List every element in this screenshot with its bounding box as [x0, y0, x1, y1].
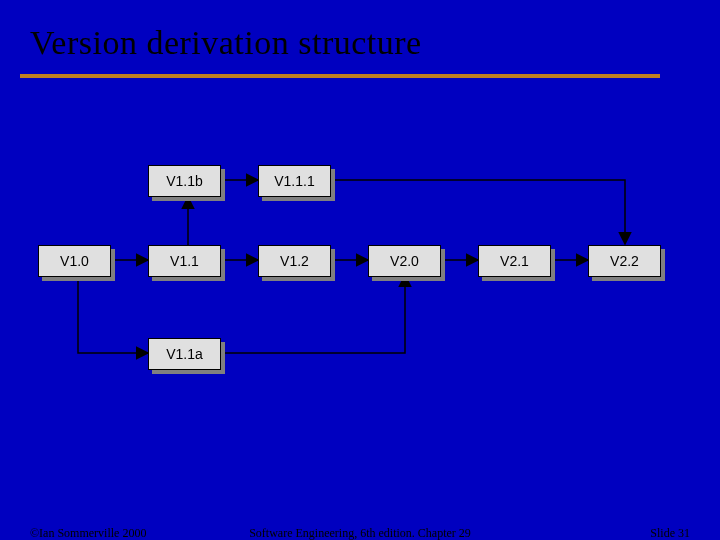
node-v11: V1.1: [148, 245, 221, 277]
footer-slide-no: Slide 31: [650, 526, 690, 540]
node-v12: V1.2: [258, 245, 331, 277]
node-v22: V2.2: [588, 245, 661, 277]
node-v20: V2.0: [368, 245, 441, 277]
node-v21: V2.1: [478, 245, 551, 277]
version-diagram: V1.1b V1.1.1 V1.0 V1.1 V1.2 V2.0 V2.1 V2…: [0, 0, 720, 540]
node-v111: V1.1.1: [258, 165, 331, 197]
node-v10: V1.0: [38, 245, 111, 277]
node-v11a: V1.1a: [148, 338, 221, 370]
slide: Version derivation structure: [0, 0, 720, 540]
node-v11b: V1.1b: [148, 165, 221, 197]
footer-chapter: Software Engineering, 6th edition. Chapt…: [0, 526, 720, 540]
